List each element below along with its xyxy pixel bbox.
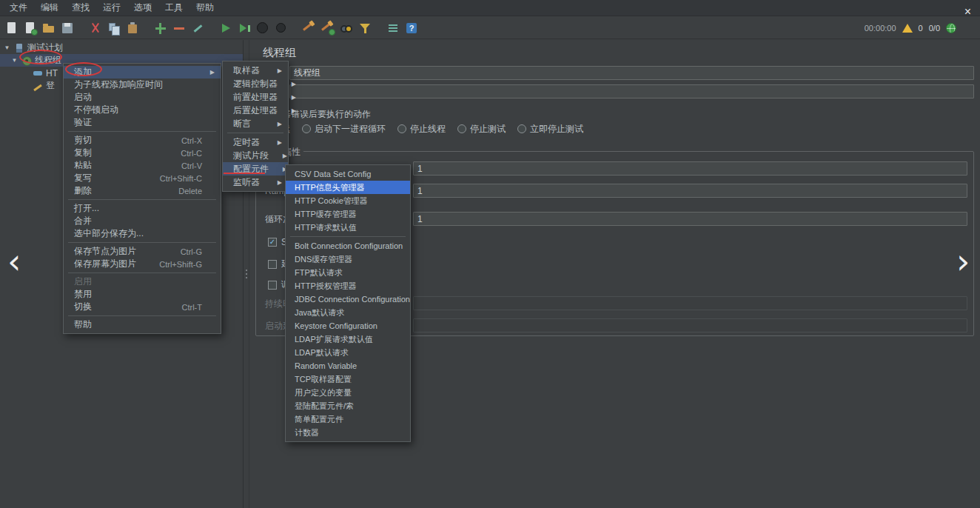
- menu-item[interactable]: Random Variable: [286, 359, 410, 372]
- menu-item-label: 启动: [74, 91, 92, 104]
- function-helper-icon[interactable]: [386, 21, 400, 36]
- menu-item[interactable]: 简单配置元件: [286, 412, 410, 426]
- menu-item[interactable]: 禁用: [64, 288, 221, 301]
- prev-image-chevron[interactable]: ‹: [7, 244, 21, 278]
- threads-input[interactable]: [413, 161, 967, 176]
- menu-item[interactable]: 登陆配置元件/索: [286, 399, 410, 412]
- menu-item[interactable]: CSV Data Set Config: [286, 167, 410, 181]
- test-plan-icon: [14, 43, 24, 53]
- menu-item[interactable]: 不停顿启动: [64, 104, 221, 116]
- menu-item[interactable]: 保存节点为图片 Ctrl-G: [64, 245, 221, 258]
- menu-item[interactable]: 打开...: [64, 202, 221, 215]
- menu-item[interactable]: 保存屏幕为图片 Ctrl+Shift-G: [64, 258, 221, 270]
- collapse-all-icon[interactable]: [172, 21, 187, 36]
- start-no-pauses-icon[interactable]: [237, 21, 252, 36]
- log-warning-icon[interactable]: [902, 24, 913, 33]
- menu-item[interactable]: 复制 Ctrl-C: [64, 147, 221, 159]
- menu-item[interactable]: 切换 Ctrl-T: [64, 301, 221, 313]
- copy-icon[interactable]: [107, 21, 121, 36]
- menu-item[interactable]: HTTP授权管理器: [286, 279, 410, 293]
- menu-item[interactable]: 合并: [64, 215, 221, 227]
- menu-item[interactable]: 剪切 Ctrl-X: [64, 134, 221, 147]
- error-action-radio[interactable]: 停止测试: [457, 123, 506, 136]
- menu-item[interactable]: DNS缓存管理器: [286, 253, 410, 266]
- menu-item[interactable]: 取样器 ▶: [223, 64, 288, 77]
- same-user-checkbox[interactable]: ✓: [268, 238, 277, 247]
- menu-item[interactable]: 计数器: [286, 426, 410, 439]
- reset-search-icon[interactable]: [358, 21, 372, 36]
- menu-item[interactable]: 启动: [64, 91, 221, 104]
- open-folder-icon[interactable]: [41, 21, 56, 36]
- menu-item[interactable]: Java默认请求: [286, 306, 410, 319]
- menubar-item[interactable]: 编辑: [34, 0, 65, 16]
- error-action-radio[interactable]: 立即停止测试: [517, 123, 583, 136]
- menu-separator: [68, 273, 216, 273]
- menu-item[interactable]: 前置处理器 ▶: [223, 90, 288, 104]
- expander-icon[interactable]: ▼: [10, 57, 19, 64]
- menu-item[interactable]: 复写 Ctrl+Shift-C: [64, 172, 221, 184]
- menu-item[interactable]: LDAP扩展请求默认值: [286, 332, 410, 346]
- scheduler-checkbox[interactable]: [268, 281, 277, 290]
- menu-item[interactable]: HTTP信息头管理器: [286, 181, 410, 194]
- help-icon[interactable]: ?: [404, 21, 419, 36]
- menu-item[interactable]: 验证: [64, 116, 221, 129]
- menu-item[interactable]: LDAP默认请求: [286, 346, 410, 359]
- menu-item[interactable]: HTTP请求默认值: [286, 221, 410, 234]
- delay-create-checkbox[interactable]: [268, 260, 277, 269]
- menu-item[interactable]: 粘贴 Ctrl-V: [64, 159, 221, 172]
- menu-item[interactable]: 启用: [64, 275, 221, 288]
- duration-input[interactable]: [413, 296, 967, 310]
- menu-item[interactable]: 用户定义的变量: [286, 386, 410, 399]
- shutdown-icon[interactable]: [274, 21, 289, 36]
- save-icon[interactable]: [60, 21, 75, 36]
- comments-input[interactable]: [289, 84, 974, 98]
- menu-item[interactable]: HTTP缓存管理器: [286, 207, 410, 221]
- new-file-icon[interactable]: [4, 21, 19, 36]
- cut-icon[interactable]: [88, 21, 103, 36]
- tree-item-test-plan[interactable]: ▼ 测试计划: [0, 41, 243, 54]
- rampup-input[interactable]: [413, 184, 967, 198]
- menu-item[interactable]: JDBC Connection Configuration: [286, 293, 410, 306]
- menu-item[interactable]: 后置处理器 ▶: [223, 104, 288, 117]
- name-input[interactable]: [289, 66, 974, 80]
- menu-item[interactable]: FTP默认请求: [286, 266, 410, 279]
- templates-icon[interactable]: [23, 21, 38, 36]
- expand-all-icon[interactable]: [153, 21, 168, 36]
- stop-icon[interactable]: [255, 21, 270, 36]
- start-icon[interactable]: [218, 21, 233, 36]
- menu-item[interactable]: Keystore Configuration: [286, 319, 410, 332]
- menu-item[interactable]: 监听器 ▶: [223, 176, 288, 189]
- menu-item[interactable]: 配置元件 ▶: [223, 162, 288, 176]
- menubar-item[interactable]: 运行: [96, 0, 127, 16]
- error-action-radio[interactable]: 停止线程: [397, 123, 446, 136]
- menubar-item[interactable]: 查找: [65, 0, 96, 16]
- toggle-icon[interactable]: [190, 21, 205, 36]
- menu-item[interactable]: 断言 ▶: [223, 117, 288, 130]
- menubar-item[interactable]: 工具: [158, 0, 189, 16]
- loop-count-input[interactable]: [413, 212, 967, 226]
- next-image-chevron[interactable]: ›: [956, 244, 970, 278]
- menu-item[interactable]: TCP取样器配置: [286, 372, 410, 386]
- menu-item[interactable]: 删除 Delete: [64, 184, 221, 197]
- menubar-item[interactable]: 文件: [3, 0, 34, 16]
- menubar-item[interactable]: 选项: [127, 0, 158, 16]
- menu-item-label: 帮助: [74, 318, 92, 331]
- search-icon[interactable]: [339, 21, 354, 36]
- startup-delay-input[interactable]: [413, 318, 967, 332]
- menubar-item[interactable]: 帮助: [189, 0, 221, 16]
- clear-icon[interactable]: [302, 21, 317, 36]
- error-action-radio[interactable]: 启动下一进程循环: [302, 123, 386, 136]
- menu-item[interactable]: 帮助: [64, 318, 221, 331]
- menu-item[interactable]: HTTP Cookie管理器: [286, 194, 410, 207]
- menu-item[interactable]: 为子线程添加响应时间: [64, 78, 221, 91]
- menu-item[interactable]: 添加 ▶: [64, 66, 221, 78]
- expander-icon[interactable]: ▼: [3, 44, 11, 51]
- paste-icon[interactable]: [125, 21, 140, 36]
- menu-item[interactable]: Bolt Connection Configuration: [286, 239, 410, 253]
- menu-item[interactable]: 选中部分保存为...: [64, 227, 221, 240]
- menu-item[interactable]: 定时器 ▶: [223, 136, 288, 149]
- clear-all-icon[interactable]: [320, 21, 335, 36]
- menu-item[interactable]: 逻辑控制器 ▶: [223, 77, 288, 90]
- menu-item[interactable]: 测试片段 ▶: [223, 149, 288, 162]
- close-window-button[interactable]: ×: [964, 6, 971, 18]
